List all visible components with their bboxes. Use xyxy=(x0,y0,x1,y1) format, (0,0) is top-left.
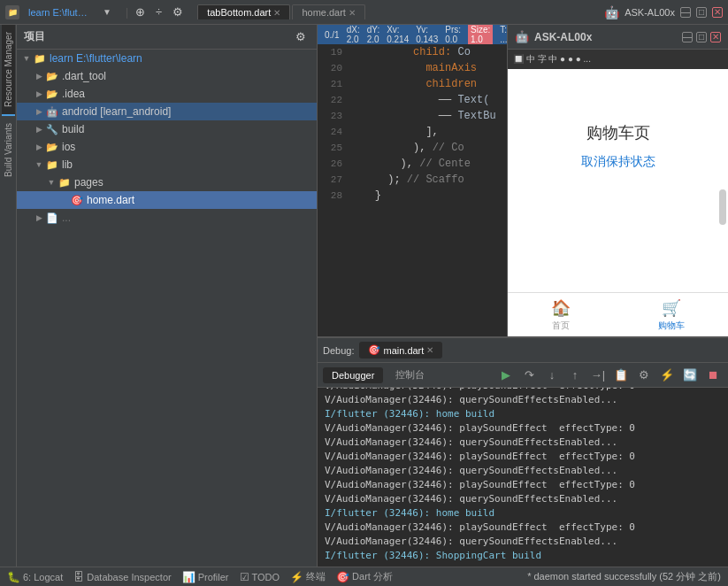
info-prs: Prs: 0.0 xyxy=(445,25,461,44)
phone-maximize-btn[interactable]: □ xyxy=(696,32,707,42)
tree-more[interactable]: ▶ 📄 ... xyxy=(17,209,317,227)
code-area[interactable]: 19 child: Co 20 mainAxis 21 children xyxy=(318,44,507,336)
debug-hot-restart-btn[interactable]: 🔄 xyxy=(680,366,700,385)
debug-output[interactable]: V/AudioManager(32446): playSoundEffect e… xyxy=(318,388,728,567)
ios-icon: 📂 xyxy=(45,140,59,154)
debug-settings-btn[interactable]: ⚙ xyxy=(634,366,654,385)
tab-close-tabBottom[interactable]: ✕ xyxy=(273,8,280,18)
tree-android[interactable]: ▶ 🤖 android [learn_android] xyxy=(17,103,317,120)
phone-android-icon: 🤖 xyxy=(515,30,529,43)
gear-icon[interactable]: ⚙ xyxy=(292,28,310,45)
more-icon: 📄 xyxy=(45,211,59,225)
build-variants-tab[interactable]: Build Variants xyxy=(2,116,15,184)
ios-label: ios xyxy=(62,141,75,153)
tree-root[interactable]: ▼ 📁 learn E:\flutter\learn xyxy=(17,50,317,67)
tree-ios[interactable]: ▶ 📂 ios xyxy=(17,138,317,156)
divide-icon[interactable]: ÷ xyxy=(152,4,165,20)
profiler-label: Profiler xyxy=(198,572,229,582)
more-label: ... xyxy=(62,212,71,224)
debug-run-to-cursor-btn[interactable]: →| xyxy=(588,366,608,385)
top-menubar: 📁 learn E:\flutter\learn ▼ | ⊕ ÷ ⚙ tabBo… xyxy=(0,0,728,25)
tab-close-home[interactable]: ✕ xyxy=(349,8,356,18)
debug-header-tabs: Debug: 🎯 main.dart ✕ xyxy=(318,338,728,363)
root-arrow: ▼ xyxy=(20,54,33,63)
phone-title: ASK-AL00x xyxy=(534,31,592,43)
android-arrow: ▶ xyxy=(33,107,45,116)
panel-header-icons: ⚙ xyxy=(292,28,310,45)
lib-arrow: ▼ xyxy=(33,160,45,169)
status-database[interactable]: 🗄 Database Inspector xyxy=(73,571,171,583)
tree-pages[interactable]: ▼ 📁 pages xyxy=(17,173,317,191)
pages-icon: 📁 xyxy=(57,175,72,189)
tree-lib[interactable]: ▼ 📁 lib xyxy=(17,156,317,173)
log-line: V/AudioManager(32446): querySoundEffects… xyxy=(325,535,721,549)
debug-step-out-btn[interactable]: ↑ xyxy=(565,366,585,385)
left-strip-icons: Resource Manager Build Variants xyxy=(0,25,16,184)
settings-icon[interactable]: ⚙ xyxy=(169,4,187,20)
code-line-22: 22 ── Text( xyxy=(318,92,507,108)
home-dart-icon: 🎯 xyxy=(70,193,84,207)
tab-home-short[interactable]: home.dart ✕ xyxy=(292,4,365,19)
debug-step-into-btn[interactable]: ↓ xyxy=(542,366,562,385)
database-icon: 🗄 xyxy=(73,571,84,583)
scroll-thumb[interactable] xyxy=(719,189,726,225)
debug-step-over-btn[interactable]: ↷ xyxy=(519,366,539,385)
bottom-panel: Debug: 🎯 main.dart ✕ Debugger 控制台 ▶ ↷ ↓ … xyxy=(318,336,728,567)
device-info: 🤖 ASK-AL00x — □ ✕ xyxy=(604,5,723,19)
database-label: Database Inspector xyxy=(87,572,171,582)
status-profiler[interactable]: 📊 Profiler xyxy=(182,571,229,583)
debug-resume-btn[interactable]: ▶ xyxy=(496,366,516,385)
file-tree-header: 项目 ⚙ xyxy=(17,25,317,50)
main-dart-close[interactable]: ✕ xyxy=(426,345,433,355)
nav-home[interactable]: 🏠 首页 xyxy=(551,298,571,332)
android-icon: 🤖 xyxy=(45,104,59,119)
debug-hot-reload-btn[interactable]: ⚡ xyxy=(657,366,677,385)
tab-tabBottom[interactable]: tabBottom.dart ✕ xyxy=(197,4,290,19)
nav-cart[interactable]: 🛒 购物车 xyxy=(658,298,685,332)
debug-evaluate-btn[interactable]: 📋 xyxy=(611,366,631,385)
debug-stop-btn[interactable]: ⏹ xyxy=(703,366,723,385)
debug-main-dart-tab[interactable]: 🎯 main.dart ✕ xyxy=(359,342,442,359)
todo-icon: ☑ xyxy=(240,571,249,583)
tree-dart-tool[interactable]: ▶ 📂 .dart_tool xyxy=(17,67,317,85)
close-btn[interactable]: ✕ xyxy=(712,7,723,18)
dart-tool-icon: 📂 xyxy=(45,69,59,83)
status-logcat[interactable]: 🐛 6: Logcat xyxy=(7,571,63,583)
terminal-label: 终端 xyxy=(306,570,326,583)
resource-manager-tab[interactable]: Resource Manager xyxy=(2,25,15,116)
status-terminal[interactable]: ⚡ 终端 xyxy=(290,570,326,583)
maximize-btn[interactable]: □ xyxy=(696,7,707,18)
phone-link[interactable]: 取消保持状态 xyxy=(581,154,655,170)
main-dart-icon: 🎯 xyxy=(368,344,380,356)
phone-minimize-btn[interactable]: — xyxy=(682,32,693,42)
status-todo[interactable]: ☑ TODO xyxy=(240,571,280,583)
tab-debugger[interactable]: Debugger xyxy=(323,367,383,383)
editor-tab-bar: tabBottom.dart ✕ home.dart ✕ xyxy=(197,4,365,19)
home-dart-label: home.dart xyxy=(87,194,134,206)
file-tree-panel: 项目 ⚙ ▼ 📁 learn E:\flutter\learn ▶ 📂 .dar… xyxy=(17,25,318,567)
earth-icon[interactable]: ⊕ xyxy=(132,4,149,20)
log-line: I/flutter (32446): home build xyxy=(325,506,721,520)
tree-home-dart[interactable]: ▶ 🎯 home.dart xyxy=(17,191,317,209)
status-dart[interactable]: 🎯 Dart 分析 xyxy=(336,570,393,583)
logcat-label: 6: Logcat xyxy=(23,572,63,582)
dart-tool-label: .dart_tool xyxy=(62,70,106,82)
tree-idea[interactable]: ▶ 📂 .idea xyxy=(17,85,317,103)
terminal-icon: ⚡ xyxy=(290,571,303,583)
tab-console[interactable]: 控制台 xyxy=(387,366,433,384)
project-menu[interactable]: learn E:\flutter\learn xyxy=(23,5,94,19)
lib-label: lib xyxy=(62,158,73,171)
debug-label: Debug: xyxy=(323,345,354,356)
project-dropdown-arrow[interactable]: ▼ xyxy=(97,5,117,19)
idea-icon: 📂 xyxy=(45,87,59,101)
info-size: Size: 1.0 xyxy=(468,25,493,44)
info-yv: Yv: 0.143 xyxy=(416,25,438,44)
info-pos: 0./1 xyxy=(325,30,340,40)
tree-build[interactable]: ▶ 🔧 build xyxy=(17,120,317,138)
log-line: V/AudioManager(32446): querySoundEffects… xyxy=(325,393,721,407)
minimize-btn[interactable]: — xyxy=(680,7,691,18)
home-nav-label: 首页 xyxy=(552,320,570,332)
phone-close-btn[interactable]: ✕ xyxy=(710,32,721,42)
logcat-icon: 🐛 xyxy=(7,571,20,583)
phone-status-bar: 🔲 中 字 中 ● ● ● ... xyxy=(508,50,728,69)
